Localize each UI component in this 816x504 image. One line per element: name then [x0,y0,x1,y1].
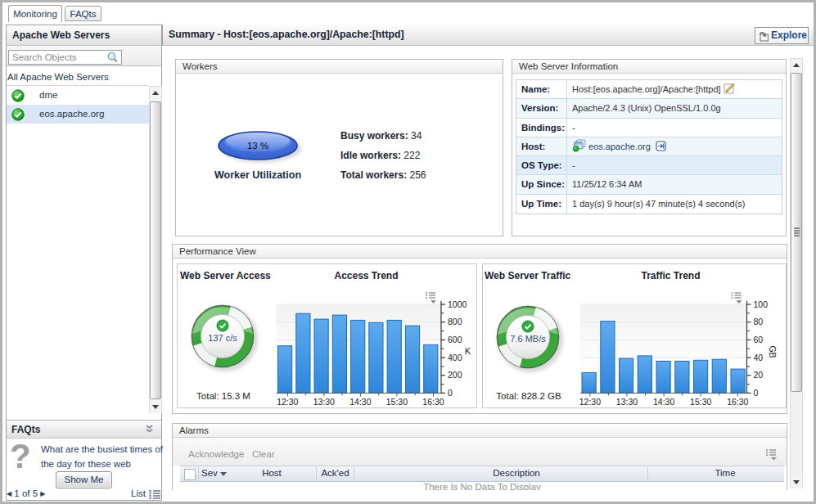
svg-text:0: 0 [448,388,453,398]
svg-text:16:30: 16:30 [727,397,748,407]
svg-text:100: 100 [754,299,769,309]
svg-text:16:30: 16:30 [422,397,444,407]
svg-text:14:30: 14:30 [349,397,371,407]
svg-text:14:30: 14:30 [653,397,674,407]
svg-text:80: 80 [754,317,764,326]
svg-text:15:30: 15:30 [386,397,408,407]
svg-text:1000: 1000 [448,299,467,309]
svg-text:12:30: 12:30 [277,397,298,407]
svg-text:20: 20 [754,370,764,380]
svg-text:7.6 MB/s: 7.6 MB/s [510,334,546,344]
svg-text:800: 800 [448,317,462,326]
svg-text:200: 200 [448,370,462,380]
svg-text:400: 400 [448,353,462,362]
svg-text:15:30: 15:30 [690,397,711,407]
svg-text:K: K [465,346,471,356]
svg-text:0: 0 [754,388,759,398]
svg-text:13:30: 13:30 [313,397,335,407]
svg-text:137 c/s: 137 c/s [208,333,237,343]
svg-text:GB: GB [768,345,778,358]
svg-text:60: 60 [754,335,764,344]
svg-text:13:30: 13:30 [616,397,638,407]
svg-text:12:30: 12:30 [579,397,601,407]
svg-text:40: 40 [754,353,764,362]
svg-text:600: 600 [448,335,462,344]
